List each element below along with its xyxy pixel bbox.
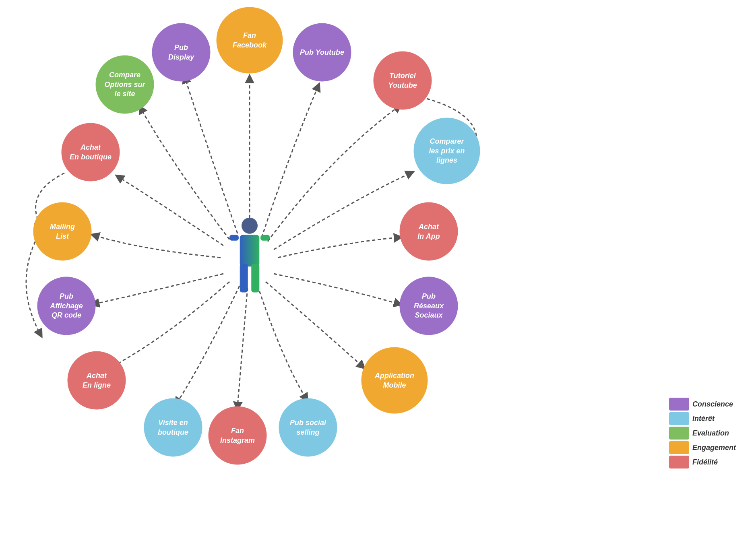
- legend-label-interet: Intérêt: [692, 415, 715, 423]
- svg-rect-1: [240, 235, 260, 267]
- legend-label-engagement: Engagement: [692, 444, 736, 452]
- legend-color-evaluation: [669, 427, 689, 440]
- node-visite-boutique: Visite enboutique: [144, 398, 202, 457]
- node-achat-boutique: AchatEn boutique: [62, 123, 120, 182]
- svg-point-0: [242, 218, 258, 234]
- node-fan-facebook: FanFacebook: [217, 7, 283, 74]
- svg-rect-5: [260, 235, 270, 241]
- legend-item-evaluation: Evaluation: [669, 427, 736, 440]
- legend-color-interet: [669, 412, 689, 425]
- legend-label-fidelite: Fidélité: [692, 458, 718, 466]
- node-comparer-prix: Comparerles prix enlignes: [414, 118, 480, 184]
- node-compare-options: CompareOptions surle site: [96, 56, 154, 114]
- node-achat-in-app: AchatIn App: [400, 202, 458, 261]
- node-tutoriel-youtube: TutorielYoutube: [374, 52, 432, 110]
- legend-item-engagement: Engagement: [669, 441, 736, 454]
- node-pub-reseaux: PubRéseauxSociaux: [400, 277, 458, 335]
- node-pub-affichage: PubAffichageQR code: [37, 277, 96, 335]
- node-achat-en-ligne: AchatEn ligne: [68, 351, 126, 410]
- node-pub-social-selling: Pub socialselling: [279, 398, 337, 457]
- legend: Conscience Intérêt Evaluation Engagement…: [669, 398, 736, 469]
- node-fan-instagram: FanInstagram: [209, 407, 267, 465]
- legend-item-fidelite: Fidélité: [669, 456, 736, 469]
- legend-label-conscience: Conscience: [692, 400, 733, 409]
- diagram-container: PubDisplay FanFacebook Pub Youtube Tutor…: [0, 0, 756, 549]
- legend-item-interet: Intérêt: [669, 412, 736, 425]
- node-application-mobile: ApplicationMobile: [361, 347, 428, 414]
- svg-rect-2: [240, 264, 248, 292]
- legend-color-conscience: [669, 398, 689, 411]
- node-pub-display: PubDisplay: [152, 23, 211, 82]
- legend-color-engagement: [669, 441, 689, 454]
- person-icon: [219, 215, 280, 296]
- legend-item-conscience: Conscience: [669, 398, 736, 411]
- node-mailing-list: MailingList: [33, 202, 92, 261]
- node-pub-youtube: Pub Youtube: [293, 23, 351, 82]
- legend-color-fidelite: [669, 456, 689, 469]
- legend-label-evaluation: Evaluation: [692, 429, 729, 438]
- svg-rect-4: [229, 235, 239, 241]
- svg-rect-3: [251, 264, 259, 292]
